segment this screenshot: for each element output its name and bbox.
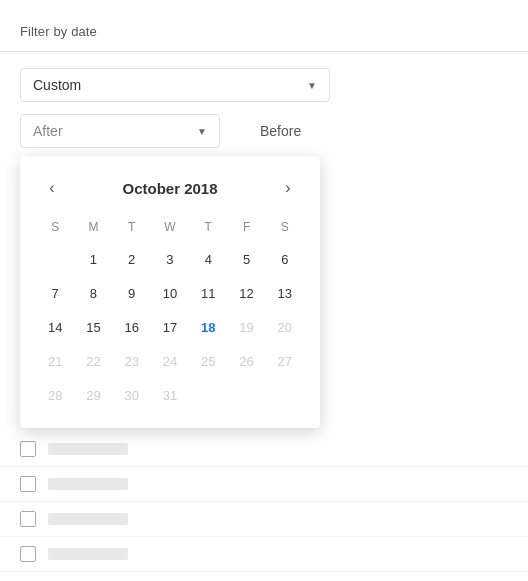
calendar-day[interactable]: 12	[227, 276, 265, 310]
calendar-day[interactable]: 11	[189, 276, 227, 310]
calendar-day[interactable]: 8	[74, 276, 112, 310]
partial-row-4	[0, 537, 528, 572]
calendar-day-greyed: 19	[227, 310, 265, 344]
calendar-day[interactable]: 15	[74, 310, 112, 344]
calendar-week-1: 1 2 3 4 5 6	[36, 242, 304, 276]
calendar-day-greyed: 21	[36, 344, 74, 378]
weekday-thu: T	[189, 216, 227, 242]
calendar-week-4: 21 22 23 24 25 26 27	[36, 344, 304, 378]
partial-label-2	[48, 478, 128, 490]
partial-label-1	[48, 443, 128, 455]
after-dropdown-arrow: ▼	[197, 126, 207, 137]
calendar-day[interactable]: 17	[151, 310, 189, 344]
calendar-day-greyed: 27	[266, 344, 304, 378]
partial-checkbox-1[interactable]	[20, 441, 36, 457]
next-month-button[interactable]: ›	[272, 172, 304, 204]
weekday-mon: M	[74, 216, 112, 242]
calendar-day-greyed: 31	[151, 378, 189, 412]
custom-dropdown-label: Custom	[33, 77, 81, 93]
calendar-day-greyed: 20	[266, 310, 304, 344]
partial-row-1	[0, 432, 528, 467]
calendar-week-2: 7 8 9 10 11 12 13	[36, 276, 304, 310]
prev-month-button[interactable]: ‹	[36, 172, 68, 204]
calendar-today[interactable]: 18	[189, 310, 227, 344]
calendar-day[interactable]: 3	[151, 242, 189, 276]
next-arrow-icon: ›	[285, 179, 290, 197]
partial-label-3	[48, 513, 128, 525]
calendar-day-empty	[227, 378, 265, 412]
calendar-day[interactable]: 6	[266, 242, 304, 276]
calendar-day-empty	[189, 378, 227, 412]
calendar-week-3: 14 15 16 17 18 19 20	[36, 310, 304, 344]
calendar-week-5: 28 29 30 31	[36, 378, 304, 412]
calendar-header: ‹ October 2018 ›	[36, 172, 304, 204]
calendar-body: 1 2 3 4 5 6 7 8 9 10 11 12 13	[36, 242, 304, 412]
prev-arrow-icon: ‹	[49, 179, 54, 197]
partial-checkbox-4[interactable]	[20, 546, 36, 562]
weekday-wed: W	[151, 216, 189, 242]
weekday-tue: T	[113, 216, 151, 242]
calendar-day[interactable]: 5	[227, 242, 265, 276]
partial-row-3	[0, 502, 528, 537]
filter-header: Filter by date	[0, 16, 528, 51]
after-dropdown[interactable]: After ▼	[20, 114, 220, 148]
after-placeholder: After	[33, 123, 63, 139]
calendar-day[interactable]: 10	[151, 276, 189, 310]
page-container: Filter by date Custom ▼ After ▼ Before ‹…	[0, 0, 528, 581]
calendar-day-greyed: 26	[227, 344, 265, 378]
custom-dropdown-arrow: ▼	[307, 80, 317, 91]
calendar-day-greyed: 30	[113, 378, 151, 412]
weekday-fri: F	[227, 216, 265, 242]
calendar-popup: ‹ October 2018 › S M T W T F S	[20, 156, 320, 428]
calendar-day[interactable]: 16	[113, 310, 151, 344]
partial-checkbox-2[interactable]	[20, 476, 36, 492]
calendar-day-empty	[266, 378, 304, 412]
calendar-day[interactable]: 4	[189, 242, 227, 276]
divider	[0, 51, 528, 52]
weekday-sun: S	[36, 216, 74, 242]
before-label: Before	[260, 123, 301, 139]
partial-rows	[0, 432, 528, 581]
calendar-grid: S M T W T F S 1 2 3 4 5 6	[36, 216, 304, 412]
custom-dropdown-row: Custom ▼	[0, 68, 528, 102]
calendar-day-greyed: 23	[113, 344, 151, 378]
calendar-day-greyed: 25	[189, 344, 227, 378]
custom-dropdown[interactable]: Custom ▼	[20, 68, 330, 102]
calendar-day[interactable]: 9	[113, 276, 151, 310]
weekday-header-row: S M T W T F S	[36, 216, 304, 242]
partial-label-4	[48, 548, 128, 560]
calendar-day[interactable]: 2	[113, 242, 151, 276]
calendar-day[interactable]: 1	[74, 242, 112, 276]
calendar-day[interactable]: 13	[266, 276, 304, 310]
partial-checkbox-3[interactable]	[20, 511, 36, 527]
calendar-day-greyed: 28	[36, 378, 74, 412]
month-year-label: October 2018	[122, 180, 217, 197]
calendar-day-greyed: 24	[151, 344, 189, 378]
calendar-day-empty	[36, 242, 74, 276]
weekday-sat: S	[266, 216, 304, 242]
calendar-day-greyed: 22	[74, 344, 112, 378]
partial-row-2	[0, 467, 528, 502]
calendar-day[interactable]: 7	[36, 276, 74, 310]
partial-row-5	[0, 572, 528, 581]
after-before-row: After ▼ Before	[0, 114, 528, 148]
calendar-day[interactable]: 14	[36, 310, 74, 344]
filter-label: Filter by date	[20, 24, 97, 39]
calendar-day-greyed: 29	[74, 378, 112, 412]
